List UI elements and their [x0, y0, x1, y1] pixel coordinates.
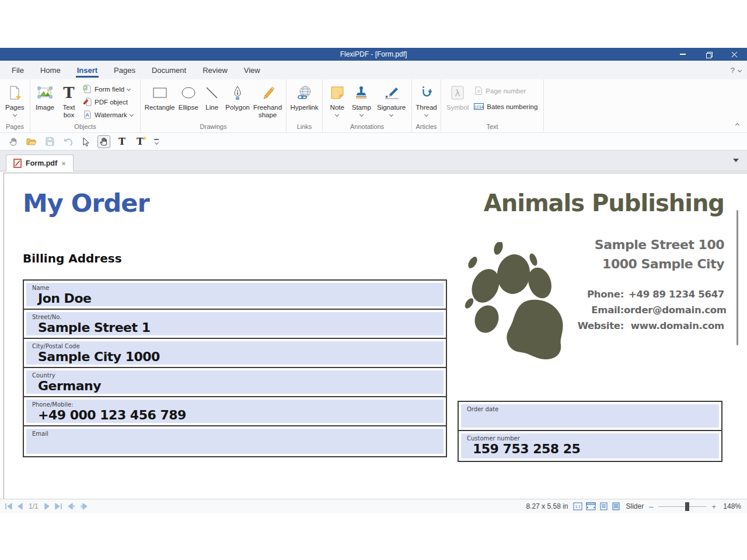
continuous-view-button[interactable]: [612, 502, 620, 510]
symbol-button[interactable]: λ Symbol: [444, 82, 472, 113]
ellipse-button[interactable]: Ellipse: [176, 82, 200, 113]
hand-tool-icon: [99, 136, 109, 146]
order-form: Order date Customer number 159 753 258 2…: [458, 401, 722, 462]
pencil-icon: [260, 83, 275, 102]
ribbon-group-links: Hyperlink Links: [287, 79, 323, 132]
field-value-street[interactable]: Sample Street 1: [38, 320, 438, 335]
form-field-name[interactable]: Name Jon Doe: [23, 279, 447, 310]
chevron-down-icon: [359, 113, 364, 117]
field-value-country[interactable]: Germany: [38, 379, 438, 393]
form-field-order-date[interactable]: Order date: [458, 401, 722, 431]
group-label-links: Links: [287, 122, 322, 132]
thread-button[interactable]: Thread: [414, 82, 438, 117]
contact-row-email: Email: order@domain.com: [413, 302, 724, 318]
pages-button[interactable]: Pages: [2, 82, 27, 117]
pdf-object-icon: [83, 97, 92, 106]
contact-row-phone: Phone: +49 89 1234 5647: [413, 286, 724, 302]
undo-button[interactable]: [61, 135, 74, 148]
pan-hand-button[interactable]: [7, 135, 20, 148]
fit-width-button[interactable]: [586, 502, 596, 510]
tab-document[interactable]: Document: [144, 61, 194, 79]
image-icon: [37, 83, 53, 102]
tab-view[interactable]: View: [236, 61, 268, 79]
form-field-country[interactable]: Country Germany: [23, 367, 447, 397]
signature-button[interactable]: Signature: [374, 82, 409, 117]
group-label-articles: Articles: [412, 122, 441, 132]
document-list-dropdown[interactable]: [733, 159, 739, 162]
page-number-button[interactable]: # Page number: [474, 85, 537, 96]
add-text-tool-button[interactable]: T: [134, 135, 146, 148]
text-tool-icon: T: [118, 137, 125, 146]
form-field-email[interactable]: Email: [23, 425, 447, 457]
tab-pages[interactable]: Pages: [106, 61, 144, 79]
ribbon-group-annotations: Note Stamp Signature: [323, 79, 412, 132]
rectangle-button[interactable]: Rectangle: [143, 82, 176, 113]
minimize-icon: [680, 54, 686, 55]
form-field-button[interactable]: Form field: [83, 83, 133, 94]
tab-review[interactable]: Review: [194, 61, 236, 79]
field-value-customer-number[interactable]: 159 753 258 25: [473, 442, 713, 456]
hyperlink-button[interactable]: Hyperlink: [289, 82, 320, 113]
form-field-phone[interactable]: Phone/Mobile: +49 000 123 456 789: [23, 396, 447, 426]
field-value-name[interactable]: Jon Doe: [38, 291, 438, 306]
vertical-scrollbar[interactable]: [736, 210, 738, 345]
zoom-out-button[interactable]: –: [649, 502, 653, 511]
tab-home[interactable]: Home: [32, 61, 69, 79]
ellipse-icon: [181, 83, 196, 102]
freehand-shape-button[interactable]: Freehand shape: [252, 82, 284, 120]
previous-page-button[interactable]: [17, 503, 23, 510]
last-page-button[interactable]: [55, 503, 62, 510]
document-tab-form-pdf[interactable]: Form.pdf ×: [6, 155, 74, 172]
image-button[interactable]: Image: [33, 82, 57, 113]
ribbon-tab-bar: File Home Insert Pages Document Review V…: [0, 61, 747, 79]
chevron-down-icon[interactable]: [738, 68, 742, 72]
bates-numbering-button[interactable]: 1234 Bates numbering: [474, 101, 537, 112]
page-indicator: 1/1: [29, 502, 39, 510]
first-page-button[interactable]: [5, 503, 12, 510]
text-tool-button[interactable]: T: [116, 135, 128, 148]
text-box-button[interactable]: T Text box: [57, 82, 81, 120]
next-view-button[interactable]: [80, 503, 88, 510]
pdf-object-button[interactable]: PDF object: [83, 96, 133, 107]
field-value-phone[interactable]: +49 000 123 456 789: [38, 408, 438, 422]
zoom-in-button[interactable]: +: [711, 502, 716, 511]
status-right: 8.27 x 5.58 in 1:1 Slider – + 148%: [526, 502, 747, 511]
note-button[interactable]: Note: [326, 82, 349, 117]
undo-arrow-icon: [63, 137, 73, 146]
stamp-button[interactable]: Stamp: [349, 82, 374, 117]
restore-button[interactable]: [696, 48, 721, 61]
watermark-button[interactable]: A Watermark: [83, 109, 133, 120]
tab-file[interactable]: File: [4, 61, 32, 79]
company-address-line: Sample Street 100: [413, 235, 724, 254]
page-navigation: 1/1: [0, 502, 88, 510]
form-field-street[interactable]: Street/No. Sample Street 1: [23, 309, 447, 339]
zoom-slider-thumb[interactable]: [685, 502, 689, 511]
open-file-button[interactable]: [25, 135, 38, 148]
zoom-slider[interactable]: [658, 506, 706, 507]
form-field-city[interactable]: City/Postal Code Sample City 1000: [23, 338, 447, 368]
chevron-down-icon: [335, 113, 339, 117]
previous-view-button[interactable]: [67, 503, 75, 510]
hand-tool-button[interactable]: [97, 135, 110, 148]
single-page-button[interactable]: [599, 502, 608, 510]
actual-size-button[interactable]: 1:1: [573, 502, 582, 510]
document-tab-title: Form.pdf: [26, 159, 57, 167]
close-button[interactable]: [721, 48, 747, 61]
svg-text:1:1: 1:1: [575, 505, 581, 509]
next-page-button[interactable]: [44, 503, 50, 510]
field-value-city[interactable]: Sample City 1000: [38, 349, 438, 364]
line-button[interactable]: Line: [200, 82, 224, 113]
tab-close-button[interactable]: ×: [61, 160, 66, 167]
select-tool-button[interactable]: [79, 135, 92, 148]
rectangle-icon: [152, 83, 167, 102]
minimize-button[interactable]: [670, 48, 696, 61]
tab-insert[interactable]: Insert: [69, 61, 106, 79]
pen-nib-icon: [230, 83, 245, 102]
help-button[interactable]: ?: [731, 66, 735, 75]
toolbar-options-button[interactable]: [154, 139, 159, 144]
polygon-button[interactable]: Polygon: [224, 82, 252, 113]
save-button[interactable]: [43, 135, 56, 148]
form-field-customer-number[interactable]: Customer number 159 753 258 25: [458, 430, 722, 462]
quick-access-toolbar: T T: [0, 133, 747, 150]
contact-row-website: Website: www.domain.com: [413, 318, 724, 334]
